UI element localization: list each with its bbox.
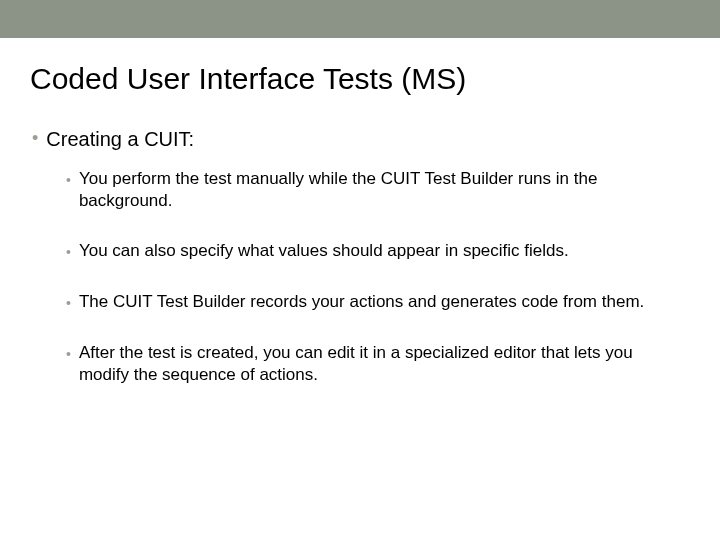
slide-title: Coded User Interface Tests (MS) — [30, 62, 690, 96]
bullet-dot-icon: • — [66, 292, 71, 314]
bullet-level2: • After the test is created, you can edi… — [66, 342, 690, 386]
bullet-level2-text: You can also specify what values should … — [79, 240, 569, 262]
bullet-level2-text: The CUIT Test Builder records your actio… — [79, 291, 644, 313]
bullet-level1: • Creating a CUIT: — [30, 126, 690, 152]
bullet-dot-icon: • — [66, 169, 71, 191]
bullet-level2: • You perform the test manually while th… — [66, 168, 690, 212]
bullet-dot-icon: • — [66, 343, 71, 365]
bullet-dot-icon: • — [32, 126, 38, 150]
slide-top-bar — [0, 0, 720, 38]
bullet-level1-text: Creating a CUIT: — [46, 126, 194, 152]
bullet-level2: • You can also specify what values shoul… — [66, 240, 690, 263]
bullet-dot-icon: • — [66, 241, 71, 263]
sub-bullet-list: • You perform the test manually while th… — [66, 168, 690, 386]
slide-content: Coded User Interface Tests (MS) • Creati… — [0, 38, 720, 386]
bullet-level2: • The CUIT Test Builder records your act… — [66, 291, 690, 314]
bullet-level2-text: After the test is created, you can edit … — [79, 342, 659, 386]
bullet-level2-text: You perform the test manually while the … — [79, 168, 659, 212]
